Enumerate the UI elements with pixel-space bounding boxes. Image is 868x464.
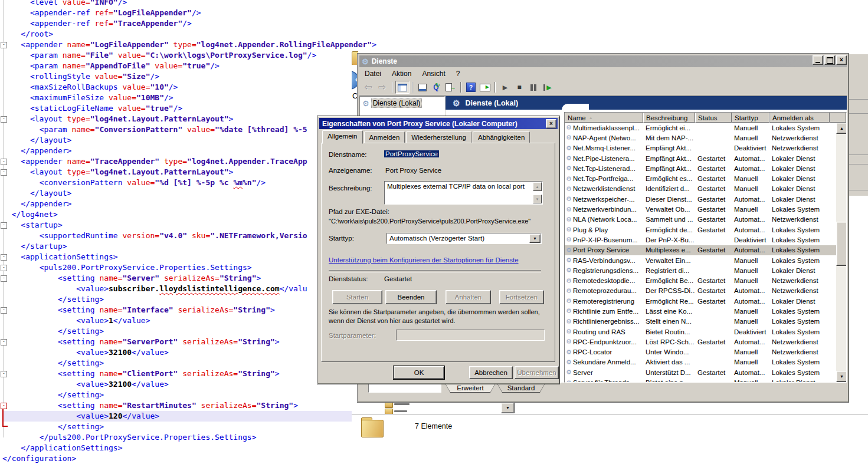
tab-anmelden[interactable]: Anmelden (364, 131, 405, 143)
banner-title: Dienste (Lokal) (466, 99, 519, 107)
scroll-up-button[interactable]: ▲ (533, 182, 542, 191)
start-button[interactable]: Starten (332, 290, 382, 304)
service-row[interactable]: ⚙NLA (Network Loca...Sammelt und ...Gest… (565, 215, 836, 225)
combo-dropdown-button[interactable]: ▼ (529, 234, 541, 243)
forward-icon[interactable]: ⇨ (375, 81, 389, 94)
service-description-cell: Identifiziert d... (643, 185, 695, 192)
dialog-close-button[interactable]: × (546, 119, 556, 129)
column-header-starttyp[interactable]: Starttyp (732, 113, 769, 123)
menu-item-aktion[interactable]: Aktion (386, 68, 417, 79)
fold-toggle[interactable]: - (1, 275, 7, 282)
resume-button[interactable]: Fortsetzen (499, 290, 544, 304)
code-editor[interactable]: <level value="INFO"/> <appender-ref ref=… (0, 0, 357, 464)
fold-toggle[interactable]: - (1, 403, 7, 409)
column-header-anmelden[interactable]: Anmelden als (769, 113, 830, 123)
scroll-down-button[interactable]: ▼ (836, 371, 847, 382)
scroll-down-button[interactable]: ▼ (533, 195, 542, 203)
service-row[interactable]: ⚙NetzwerklistendienstIdentifiziert d...G… (565, 184, 836, 194)
service-row[interactable]: ⚙ServerUnterstützt D...GestartetAutomat.… (565, 367, 836, 377)
service-row[interactable]: ⚙Remoteprozedurau...Der RPCSS-Di...Gesta… (565, 286, 836, 296)
service-row[interactable]: ⚙RPC-Endpunktzuor...Löst RPC-Sch...Gesta… (565, 337, 836, 347)
fold-toggle[interactable]: - (1, 254, 7, 261)
apply-button[interactable]: Übernehmen (515, 366, 559, 379)
menu-item-?[interactable]: ? (451, 68, 466, 79)
fold-toggle[interactable]: - (1, 265, 7, 271)
service-row[interactable]: ⚙Port Proxy ServiceMultiplexes e...Gesta… (565, 245, 836, 255)
tree-item-dienste-lokal[interactable]: ⚙ Dienste (Lokal) (361, 98, 423, 108)
pause-service-icon[interactable] (526, 81, 541, 94)
service-row[interactable]: ⚙Sekundäre Anmeld...Aktiviert das ...Man… (565, 357, 836, 367)
service-row[interactable]: ⚙Net.Msmq-Listener...Empfängt Akt...Deak… (565, 143, 836, 153)
dropdown-button[interactable]: ▼ (501, 403, 515, 413)
extended-view-icon[interactable]: ▶ (478, 81, 492, 94)
fold-toggle[interactable]: - (1, 371, 7, 377)
export-list-icon[interactable]: → (444, 81, 458, 94)
service-row[interactable]: ⚙Multimediaklassenpl...Ermöglicht ei...M… (565, 123, 836, 133)
fold-toggle[interactable]: - (1, 169, 7, 176)
show-tree-icon[interactable] (395, 81, 410, 94)
dialog-titlebar[interactable]: Eigenschaften von Port Proxy Service (Lo… (319, 118, 558, 129)
fold-toggle[interactable]: - (1, 159, 7, 165)
menu-item-datei[interactable]: Datei (359, 68, 386, 79)
column-header-status[interactable]: Status (695, 113, 732, 123)
service-row[interactable]: ⚙NAP-Agent (Netwo...Mit dem NAP-...Manue… (565, 133, 836, 143)
description-field[interactable]: Multiplexes external TCP/IP data on loca… (384, 181, 543, 205)
service-row[interactable]: ⚙Net.Pipe-Listenera...Empfängt Akt...Ges… (565, 153, 836, 163)
scroll-up-button[interactable]: ▲ (836, 123, 847, 134)
fold-toggle[interactable]: - (1, 42, 7, 48)
refresh-icon[interactable]: Q↻ (430, 81, 444, 94)
menu-item-ansicht[interactable]: Ansicht (417, 68, 450, 79)
service-row[interactable]: ⚙Registrierungsdiens...Registriert di...… (565, 265, 836, 275)
pause-button[interactable]: Anhalten (446, 290, 491, 304)
restart-service-icon[interactable]: ▶ (541, 81, 555, 94)
service-gear-icon: ⚙ (566, 155, 572, 162)
service-row[interactable]: ⚙Netzwerkspeicher-...Dieser Dienst...Ges… (565, 194, 836, 204)
service-row[interactable]: ⚙Net.Tcp-Listenerad...Empfängt Akt...Ges… (565, 163, 836, 173)
ok-button[interactable]: OK (394, 366, 444, 379)
services-titlebar[interactable]: ⚙ Dienste (359, 55, 847, 67)
service-row[interactable]: ⚙Plug & PlayErmöglicht de...GestartetAut… (565, 225, 836, 235)
start-service-icon[interactable]: ▶ (498, 81, 512, 94)
maximize-button[interactable] (824, 55, 835, 65)
column-header-name[interactable]: Name ▲ (565, 113, 643, 123)
stop-button[interactable]: Beenden (385, 290, 437, 304)
starttype-combobox[interactable]: Automatisch (Verzögerter Start) ▼ (386, 233, 542, 244)
properties-icon[interactable] (415, 81, 430, 94)
startparam-input[interactable] (396, 330, 545, 341)
service-logon-cell: Netzwerkdienst (769, 134, 836, 141)
fold-toggle[interactable]: - (1, 116, 7, 123)
service-row[interactable]: ⚙Routing und RASBietet Routin...Deaktivi… (565, 327, 836, 337)
fold-toggle[interactable]: - (1, 222, 7, 229)
service-description-cell: Ermöglicht Re... (643, 298, 695, 305)
minimize-button[interactable] (813, 55, 823, 65)
cancel-button[interactable]: Abbrechen (469, 366, 513, 379)
service-row[interactable]: ⚙Netzwerkverbindun...Verwaltet Ob...Gest… (565, 204, 836, 214)
tab-wiederherstellung[interactable]: Wiederherstellung (406, 131, 471, 143)
tab-abhaengigkeiten[interactable]: Abhängigkeiten (473, 131, 530, 143)
service-gear-icon: ⚙ (566, 369, 572, 376)
service-row[interactable]: ⚙RAS-Verbindungsv...Verwaltet Ein...Manu… (565, 255, 836, 265)
scrollbar-thumb[interactable] (836, 222, 847, 266)
close-button[interactable]: × (836, 55, 847, 65)
stop-service-icon[interactable]: ■ (512, 81, 526, 94)
help-icon[interactable]: ? (464, 81, 478, 94)
fold-toggle[interactable]: - (1, 339, 7, 345)
service-row[interactable]: ⚙Richtlinie zum Entfe...Lässt eine Ko...… (565, 306, 836, 316)
service-row[interactable]: ⚙Net.Tcp-Portfreiga...Ermöglicht es...Ge… (565, 173, 836, 183)
service-name-value[interactable]: PortProxyService (384, 150, 439, 157)
fold-toggle[interactable]: - (1, 307, 7, 314)
service-row[interactable]: ⚙RPC-LocatorUnter Windo...ManuellNetzwer… (565, 347, 836, 357)
column-header-beschreibung[interactable]: Beschreibung (643, 113, 695, 123)
vertical-scrollbar[interactable]: ▲ ▼ (836, 123, 846, 382)
service-row[interactable]: ⚙RemoteregistrierungErmöglicht Re...Gest… (565, 296, 836, 306)
tab-standard[interactable]: Standard (497, 383, 545, 393)
service-row[interactable]: ⚙PnP-X-IP-Busenum...Der PnP-X-Bu...Deakt… (565, 235, 836, 245)
service-row[interactable]: ⚙Remotedesktopdie...Ermöglicht Be...Gest… (565, 275, 836, 285)
service-row[interactable]: ⚙Server für Threads...Bietet eine n...Ma… (565, 377, 836, 382)
startoptions-help-link[interactable]: Unterstützung beim Konfigurieren der Sta… (329, 256, 519, 264)
tab-erweitert[interactable]: Erweitert (445, 383, 496, 393)
service-row[interactable]: ⚙Richtlinienergebniss...Stellt einen N..… (565, 317, 836, 327)
tab-allgemein[interactable]: Allgemein (322, 130, 363, 144)
back-icon[interactable]: ⇦ (361, 81, 375, 94)
list-header: Name ▲ Beschreibung Status Starttyp Anme… (565, 113, 846, 123)
